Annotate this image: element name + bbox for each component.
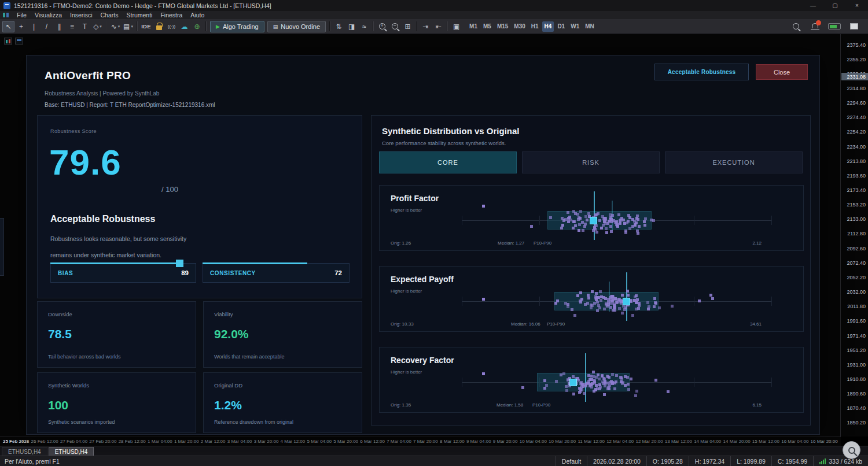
menu-aiuto[interactable]: Aiuto bbox=[186, 12, 208, 19]
vertical-line-tool[interactable]: | bbox=[28, 21, 40, 32]
scatter-point bbox=[620, 378, 623, 380]
chart-shift-icon[interactable]: ◨ bbox=[345, 21, 358, 32]
timeframe-h1[interactable]: H1 bbox=[529, 21, 541, 32]
max-label: 34.61 bbox=[727, 321, 762, 327]
price-label: 1890.60 bbox=[847, 391, 866, 397]
scatter-point bbox=[601, 380, 604, 383]
zoom-in-icon[interactable]: + bbox=[376, 21, 388, 32]
shapes-tool[interactable]: ◇▾ bbox=[91, 21, 104, 32]
notifications-bell-icon[interactable] bbox=[809, 21, 821, 32]
scatter-point bbox=[591, 290, 594, 293]
metaquotes-id-icon[interactable]: ((·)) bbox=[165, 21, 178, 32]
dist-tab-core[interactable]: CORE bbox=[379, 151, 517, 173]
current-price-tag: 2331.08 bbox=[841, 73, 868, 80]
timeframe-m1[interactable]: M1 bbox=[467, 21, 480, 32]
tile-windows-icon[interactable]: ⊞ bbox=[402, 21, 414, 32]
scatter-point bbox=[654, 302, 657, 305]
timeframe-d1[interactable]: D1 bbox=[555, 21, 567, 32]
scatter-point bbox=[587, 212, 590, 215]
axis-tick bbox=[462, 216, 462, 225]
new-order-button[interactable]: ▤Nuovo Ordine bbox=[267, 21, 326, 32]
time-label: 25 Feb 2026 bbox=[3, 439, 29, 444]
scatter-point bbox=[598, 219, 601, 222]
time-label: 12 Mar 20:00 bbox=[635, 439, 663, 444]
scatter-point bbox=[590, 386, 593, 389]
magnifier-overlay-button[interactable] bbox=[843, 441, 860, 459]
restore-button[interactable]: ▢ bbox=[824, 0, 846, 11]
new-order-button-label: Nuovo Ordine bbox=[281, 23, 320, 30]
price-axis[interactable]: 2375.402355.202335.002314.802294.602274.… bbox=[841, 34, 868, 437]
panel-close-button[interactable]: Close bbox=[756, 64, 808, 80]
trendline-tool[interactable]: / bbox=[41, 21, 53, 32]
menu-visualizza[interactable]: Visualizza bbox=[31, 12, 66, 19]
connection-battery-icon[interactable] bbox=[828, 21, 841, 32]
menu-inserisci[interactable]: Inserisci bbox=[66, 12, 97, 19]
timeframe-m30[interactable]: M30 bbox=[512, 21, 527, 32]
profile-segment[interactable]: Default bbox=[556, 456, 587, 466]
scatter-point bbox=[584, 215, 587, 218]
stat-value: 1.2% bbox=[214, 398, 242, 412]
menu-file[interactable]: File bbox=[13, 12, 31, 19]
indicators-menu[interactable]: ∿▾ bbox=[109, 21, 122, 32]
scatter-point bbox=[667, 390, 670, 393]
help-hint: Per l'Aiuto, premi F1 bbox=[0, 456, 556, 466]
scatter-point bbox=[709, 294, 712, 297]
ide-button[interactable]: IDE bbox=[140, 21, 152, 32]
timeframe-m5[interactable]: M5 bbox=[481, 21, 494, 32]
time-label: 7 Mar 04:00 bbox=[387, 439, 411, 444]
menu-strumenti[interactable]: Strumenti bbox=[122, 12, 156, 19]
scatter-point bbox=[595, 213, 598, 216]
panel-subtitle: Robustness Analysis | Powered by SynthLa… bbox=[45, 90, 159, 97]
chart-area[interactable]: AntiOverfit PRO Robustness Analysis | Po… bbox=[0, 34, 841, 437]
panel-box-icon[interactable] bbox=[848, 21, 860, 32]
chart-tab-1[interactable]: ETHUSD,H4 bbox=[49, 447, 94, 456]
chart-mini-icon-2[interactable] bbox=[15, 38, 23, 45]
chart-type-menu[interactable]: ▤▾ bbox=[122, 21, 134, 32]
scatter-point bbox=[572, 393, 575, 395]
dist-tab-execution[interactable]: EXECUTION bbox=[665, 151, 803, 173]
crosshair-tool[interactable]: + bbox=[15, 21, 27, 32]
left-panel-handle[interactable] bbox=[0, 218, 4, 276]
search-icon[interactable] bbox=[790, 21, 802, 32]
algo-trading-button[interactable]: ▶Algo Trading bbox=[210, 21, 264, 32]
median-label: Median: 1.27 bbox=[498, 241, 524, 246]
lock-icon[interactable] bbox=[153, 21, 165, 32]
time-label: 26 Feb 12:00 bbox=[31, 439, 58, 444]
consistency-label: CONSISTENCY bbox=[210, 270, 256, 276]
fibonacci-tool[interactable]: ≡ bbox=[66, 21, 78, 32]
scatter-point bbox=[576, 294, 579, 297]
menu-finestra[interactable]: Finestra bbox=[156, 12, 186, 19]
auto-scroll-icon[interactable]: ≈ bbox=[358, 21, 370, 32]
timeframe-h4[interactable]: H4 bbox=[542, 21, 554, 32]
channel-tool[interactable]: ∥ bbox=[53, 21, 65, 32]
median-marker bbox=[569, 379, 577, 386]
timeframe-mn[interactable]: MN bbox=[583, 21, 597, 32]
chart-tab-0[interactable]: ETHUSD,H4 bbox=[2, 447, 47, 456]
robustness-status-button[interactable]: Acceptable Robustness bbox=[654, 64, 749, 80]
web-terminal-icon[interactable]: ⊕ bbox=[191, 21, 203, 32]
scatter-point bbox=[587, 374, 590, 377]
shift-begin-icon[interactable]: ⇤ bbox=[432, 21, 444, 32]
scatter-point bbox=[643, 220, 646, 223]
cloud-icon[interactable]: ☁ bbox=[178, 21, 190, 32]
distribution-title: Synthetic Distribution vs Original bbox=[382, 126, 520, 136]
zoom-out-icon[interactable]: − bbox=[389, 21, 401, 32]
text-tool[interactable]: T bbox=[79, 21, 91, 32]
time-label: 1 Mar 04:00 bbox=[148, 439, 172, 444]
minimize-button[interactable]: — bbox=[802, 0, 824, 11]
chart-mini-icon-1[interactable] bbox=[4, 38, 12, 45]
chart-window-icon[interactable]: ▣ bbox=[450, 21, 462, 32]
cursor-tool[interactable]: ↖ bbox=[2, 21, 14, 32]
close-window-button[interactable]: × bbox=[846, 0, 868, 11]
bar-step-icon[interactable]: ⇅ bbox=[333, 21, 345, 32]
shift-end-icon[interactable]: ⇥ bbox=[420, 21, 432, 32]
menu-charts[interactable]: Charts bbox=[97, 12, 123, 19]
dist-tab-risk[interactable]: RISK bbox=[522, 151, 660, 173]
timeframe-m15[interactable]: M15 bbox=[495, 21, 510, 32]
time-label: 12 Mar 04:00 bbox=[606, 439, 634, 444]
timeframe-w1[interactable]: W1 bbox=[568, 21, 582, 32]
scatter-point bbox=[587, 297, 590, 299]
median-label: Median: 16.06 bbox=[511, 321, 540, 327]
scatter-point bbox=[615, 380, 617, 383]
time-axis[interactable]: 25 Feb 202626 Feb 12:0027 Feb 04:0027 Fe… bbox=[0, 437, 841, 446]
